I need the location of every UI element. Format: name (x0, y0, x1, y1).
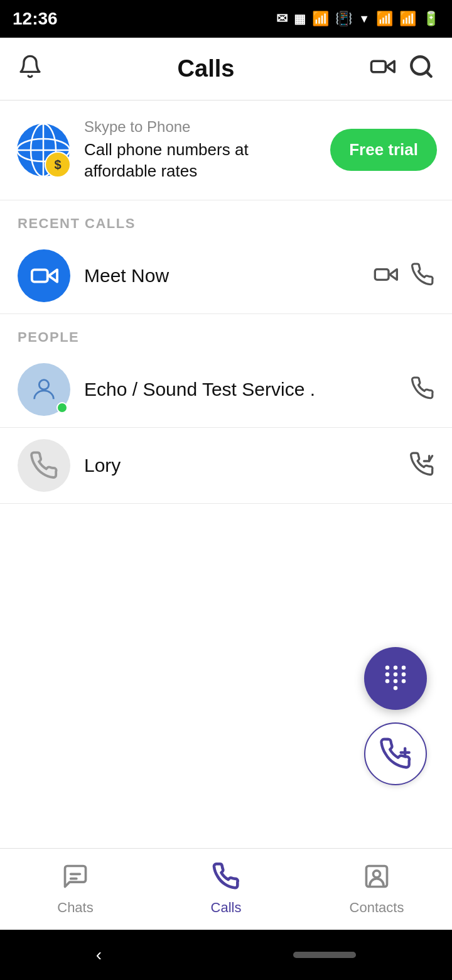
bluetooth-icon: 📶 (312, 11, 329, 27)
svg-rect-13 (375, 269, 389, 280)
echo-service-actions (411, 376, 434, 403)
header: Calls (0, 38, 452, 101)
lory-name: Lory (84, 455, 396, 476)
nav-calls[interactable]: Calls (151, 863, 301, 916)
bottom-nav: Chats Calls Contacts (0, 848, 452, 930)
promo-banner: $ Skype to Phone Call phone numbers at a… (0, 101, 452, 200)
echo-call-icon[interactable] (411, 376, 434, 403)
svg-text:$: $ (54, 158, 61, 172)
svg-point-24 (394, 679, 398, 683)
promo-label: Skype to Phone (84, 118, 318, 136)
echo-service-name: Echo / Sound Test Service . (84, 379, 397, 400)
svg-point-25 (402, 679, 406, 683)
nav-chats[interactable]: Chats (0, 863, 151, 916)
promo-text: Skype to Phone Call phone numbers at aff… (84, 118, 318, 182)
svg-point-22 (402, 672, 406, 677)
svg-point-26 (394, 686, 398, 690)
contacts-nav-label: Contacts (350, 900, 404, 916)
calls-nav-label: Calls (211, 900, 242, 916)
meet-now-avatar (18, 249, 70, 302)
svg-point-20 (385, 672, 390, 677)
skype-globe-icon: $ (15, 122, 72, 178)
svg-marker-14 (390, 269, 397, 280)
wifi-icon: 📶 (376, 11, 393, 27)
svg-rect-11 (32, 270, 48, 281)
page-title: Calls (178, 55, 235, 82)
svg-point-19 (402, 665, 406, 670)
home-indicator[interactable] (293, 952, 356, 958)
nav-contacts[interactable]: Contacts (301, 863, 452, 916)
meet-now-name: Meet Now (84, 265, 359, 286)
svg-rect-0 (371, 61, 385, 72)
battery-icon: 🔋 (422, 11, 439, 27)
back-button[interactable]: ‹ (96, 945, 102, 965)
fab-area (0, 504, 452, 848)
sms-icon: ✉ (276, 11, 288, 27)
svg-point-32 (374, 871, 380, 878)
svg-line-3 (426, 72, 431, 77)
lory-item[interactable]: Lory (0, 428, 452, 504)
meet-now-actions (373, 262, 434, 290)
lory-actions (409, 452, 434, 479)
status-time: 12:36 (13, 9, 58, 29)
free-trial-button[interactable]: Free trial (330, 129, 437, 171)
svg-point-18 (394, 665, 398, 670)
meet-now-item[interactable]: Meet Now (0, 238, 452, 314)
video-call-action-icon[interactable] (373, 262, 398, 290)
status-icons: ✉ ▦ 📶 📳 ▼ 📶 📶 🔋 (276, 11, 439, 27)
svg-marker-1 (387, 61, 394, 72)
contacts-nav-icon (363, 863, 390, 896)
video-call-icon[interactable] (369, 53, 396, 85)
calls-nav-icon (212, 863, 240, 896)
echo-service-item[interactable]: Echo / Sound Test Service . (0, 352, 452, 428)
online-indicator (56, 402, 68, 413)
header-actions (369, 53, 434, 85)
recent-calls-section-label: RECENT CALLS (0, 200, 452, 238)
signal-icon: 📶 (399, 11, 416, 27)
echo-service-avatar (18, 363, 70, 416)
lory-missed-call-icon[interactable] (409, 452, 434, 479)
notification-bell-icon[interactable] (18, 54, 43, 84)
svg-point-15 (39, 379, 48, 389)
network-icon: ▼ (358, 13, 370, 26)
android-nav-bar: ‹ (0, 930, 452, 980)
chats-nav-icon (62, 863, 89, 896)
vibrate-icon: 📳 (335, 11, 352, 27)
phone-call-action-icon[interactable] (411, 263, 434, 289)
svg-point-23 (385, 679, 390, 683)
screenshot-icon: ▦ (294, 11, 306, 26)
promo-description: Call phone numbers at affordable rates (84, 139, 318, 182)
search-icon[interactable] (408, 53, 434, 85)
status-bar: 12:36 ✉ ▦ 📶 📳 ▼ 📶 📶 🔋 (0, 0, 452, 38)
add-call-fab-button[interactable] (364, 722, 427, 785)
chats-nav-label: Chats (57, 900, 93, 916)
dialpad-fab-button[interactable] (364, 647, 427, 710)
people-section-label: PEOPLE (0, 314, 452, 352)
svg-point-21 (394, 672, 398, 677)
svg-point-17 (385, 665, 390, 670)
lory-avatar (18, 439, 70, 492)
svg-marker-12 (49, 270, 57, 281)
